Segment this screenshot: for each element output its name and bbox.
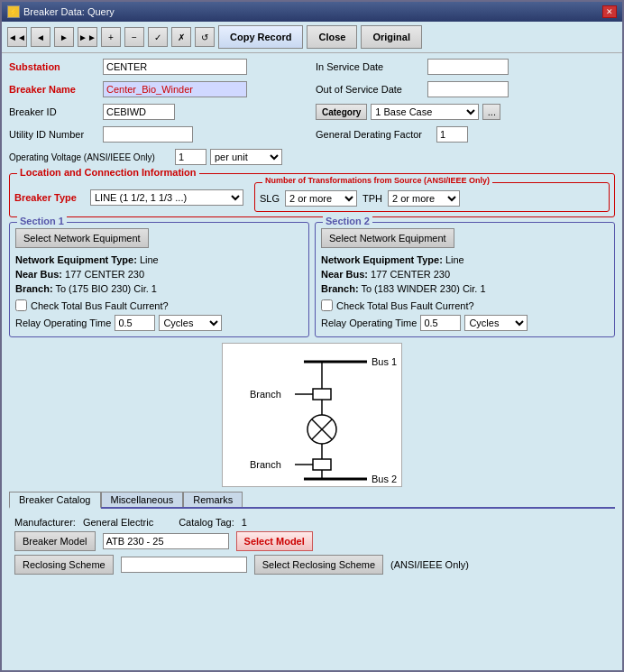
substation-label: Substation <box>9 61 99 72</box>
category-button[interactable]: Category <box>316 104 367 120</box>
section2-info: Network Equipment Type: Line Near Bus: 1… <box>321 253 609 296</box>
s2-branch-value: To (183 WINDER 230) Cir. 1 <box>361 283 485 294</box>
section1-checkbox-row: Check Total Bus Fault Current? <box>15 299 303 311</box>
reclosing-input[interactable] <box>121 557 247 573</box>
window-close-button[interactable]: ✕ <box>602 5 617 18</box>
location-title: Location and Connection Information <box>17 167 199 178</box>
nav-cancel-button[interactable]: ✗ <box>171 27 191 47</box>
bus1-label: Bus 1 <box>372 356 397 367</box>
breaker-id-input[interactable]: CEBIWD <box>103 104 175 120</box>
nav-first-button[interactable]: ◄◄ <box>7 27 27 47</box>
section2-check-label: Check Total Bus Fault Current? <box>336 300 474 311</box>
section2-relay-row: Relay Operating Time Cycles Seconds <box>321 315 609 331</box>
slg-label: SLG <box>260 193 280 204</box>
sections-row: Section 1 Select Network Equipment Netwo… <box>9 222 615 337</box>
s2-branch-label: Branch: <box>321 283 359 294</box>
s2-net-type-label: Network Equipment Type: <box>321 254 443 265</box>
tab-miscellaneous[interactable]: Miscellaneous <box>101 492 184 507</box>
slg-select[interactable]: 2 or more 1 0 <box>285 190 357 207</box>
breaker-model-input[interactable] <box>103 533 229 549</box>
tabs-bar: Breaker Catalog Miscellaneous Remarks <box>9 492 615 509</box>
out-service-input[interactable] <box>427 81 509 97</box>
nav-add-button[interactable]: + <box>101 27 121 47</box>
s1-relay-label: Relay Operating Time <box>15 318 111 328</box>
s2-relay-label: Relay Operating Time <box>321 318 417 328</box>
tab-breaker-catalog[interactable]: Breaker Catalog <box>9 492 101 509</box>
nav-delete-button[interactable]: − <box>124 27 144 47</box>
select-model-button[interactable]: Select Model <box>236 531 313 551</box>
manufacturer-value: General Electric <box>83 517 153 528</box>
s1-relay-input[interactable] <box>115 315 155 331</box>
original-button[interactable]: Original <box>361 25 422 49</box>
reclosing-scheme-button[interactable]: Reclosing Scheme <box>14 555 114 575</box>
bottom-content: Manufacturer: General Electric Catalog T… <box>9 513 615 582</box>
s1-branch-value: To (175 BIO 230) Cir. 1 <box>55 283 157 294</box>
branch1-label: Branch <box>250 389 281 400</box>
gen-derating-label: General Derating Factor <box>316 129 433 140</box>
circuit-diagram: Bus 1 Branch <box>223 344 403 488</box>
utility-id-input[interactable] <box>103 126 193 143</box>
copy-record-button[interactable]: Copy Record <box>218 25 303 49</box>
section1-check-fault[interactable] <box>15 299 27 311</box>
category-ellipsis-button[interactable]: ... <box>482 104 500 120</box>
s1-net-type-value: Line <box>140 254 159 265</box>
category-select[interactable]: 1 Base Case <box>371 104 479 120</box>
in-service-label: In Service Date <box>316 61 424 72</box>
tab-remarks[interactable]: Remarks <box>183 492 243 507</box>
section2-box: Section 2 Select Network Equipment Netwo… <box>315 222 615 337</box>
s2-near-bus-label: Near Bus: <box>321 269 368 280</box>
section2-title: Section 2 <box>323 216 372 226</box>
section1-relay-row: Relay Operating Time Cycles Seconds <box>15 315 303 331</box>
svg-rect-9 <box>313 459 331 470</box>
breaker-type-select[interactable]: LINE (1 1/2, 1 1/3 ...) BUS TIE FEEDER <box>90 189 243 206</box>
breaker-model-button[interactable]: Breaker Model <box>14 531 96 551</box>
catalog-tag-label: Catalog Tag: <box>179 517 234 528</box>
gen-derating-input[interactable] <box>436 126 468 143</box>
s1-near-bus-value: 177 CENTER 230 <box>65 269 144 280</box>
section2-checkbox-row: Check Total Bus Fault Current? <box>321 299 609 311</box>
branch2-label: Branch <box>250 459 281 470</box>
window-title: Breaker Data: Query <box>23 6 115 17</box>
location-box: Location and Connection Information Brea… <box>9 173 615 217</box>
nav-next-button[interactable]: ► <box>54 27 74 47</box>
s2-relay-unit-select[interactable]: Cycles Seconds <box>464 315 528 331</box>
toolbar: ◄◄ ◄ ► ►► + − ✓ ✗ ↺ Copy Record Close Or… <box>2 22 622 53</box>
svg-rect-2 <box>313 389 331 400</box>
manufacturer-label: Manufacturer: <box>14 517 76 528</box>
diagram-box: Bus 1 Branch <box>222 343 402 487</box>
breaker-name-input[interactable]: Center_Bio_Winder <box>103 81 247 97</box>
section2-select-button[interactable]: Select Network Equipment <box>321 228 454 248</box>
close-button[interactable]: Close <box>307 25 357 49</box>
substation-input[interactable]: CENTER <box>103 59 247 75</box>
breaker-type-label: Breaker Type <box>14 192 87 203</box>
title-bar: ⚡ Breaker Data: Query ✕ <box>2 2 622 22</box>
utility-id-label: Utility ID Number <box>9 129 99 140</box>
s2-net-type-value: Line <box>445 254 464 265</box>
op-voltage-label: Operating Voltage (ANSI/IEEE Only) <box>9 152 171 162</box>
section1-check-label: Check Total Bus Fault Current? <box>31 300 169 311</box>
out-service-label: Out of Service Date <box>316 84 424 95</box>
section1-info: Network Equipment Type: Line Near Bus: 1… <box>15 253 303 296</box>
nav-last-button[interactable]: ►► <box>78 27 97 47</box>
window-icon: ⚡ <box>7 5 20 18</box>
section1-box: Section 1 Select Network Equipment Netwo… <box>9 222 309 337</box>
tph-label: TPH <box>362 193 382 204</box>
op-voltage-unit-select[interactable]: per unit kV <box>210 149 282 165</box>
s2-relay-input[interactable] <box>420 315 461 331</box>
s2-near-bus-value: 177 CENTER 230 <box>371 269 450 280</box>
in-service-input[interactable] <box>427 59 509 75</box>
main-content: Substation CENTER Breaker Name Center_Bi… <box>2 53 622 670</box>
s1-relay-unit-select[interactable]: Cycles Seconds <box>159 315 222 331</box>
select-reclosing-button[interactable]: Select Reclosing Scheme <box>254 555 383 575</box>
section1-select-button[interactable]: Select Network Equipment <box>15 228 149 248</box>
nav-prev-button[interactable]: ◄ <box>31 27 50 47</box>
nav-refresh-button[interactable]: ↺ <box>195 27 215 47</box>
nav-confirm-button[interactable]: ✓ <box>148 27 168 47</box>
tph-select[interactable]: 2 or more 1 0 <box>388 190 460 207</box>
s1-near-bus-label: Near Bus: <box>15 269 62 280</box>
op-voltage-input[interactable] <box>175 149 206 165</box>
transforms-box: Number of Transformations from Source (A… <box>254 182 610 212</box>
section2-check-fault[interactable] <box>321 299 333 311</box>
ansi-label: (ANSI/IEEE Only) <box>390 559 469 570</box>
bus2-label: Bus 2 <box>372 474 397 484</box>
